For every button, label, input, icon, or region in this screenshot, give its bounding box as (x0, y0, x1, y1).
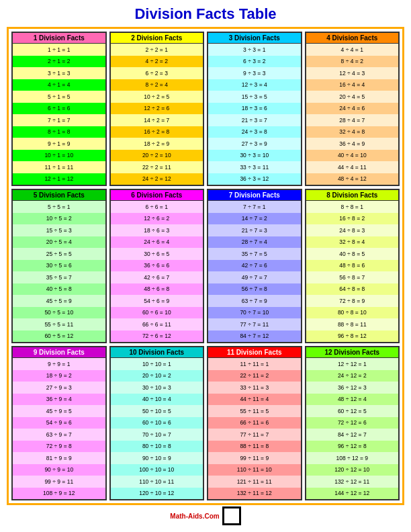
fact-row: 15 ÷ 3 = 5 (208, 91, 301, 103)
fact-row: 18 ÷ 9 = 2 (13, 370, 105, 382)
page-title: Division Facts Table (134, 5, 276, 23)
fact-row: 2 ÷ 2 = 1 (111, 44, 203, 56)
fact-row: 48 ÷ 8 = 6 (306, 260, 399, 272)
fact-row: 21 ÷ 3 = 7 (208, 114, 301, 126)
fact-row: 16 ÷ 4 = 4 (306, 79, 399, 91)
fact-row: 6 ÷ 3 = 2 (208, 56, 301, 68)
fact-row: 3 ÷ 1 = 3 (13, 67, 105, 79)
fact-row: 35 ÷ 5 = 7 (13, 271, 105, 283)
fact-row: 20 ÷ 4 = 5 (306, 91, 399, 103)
fact-row: 10 ÷ 10 = 1 (111, 358, 203, 370)
table-row-2: 5 Division Facts5 ÷ 5 = 110 ÷ 5 = 215 ÷ … (11, 189, 400, 343)
fact-row: 120 ÷ 12 = 10 (306, 464, 399, 476)
fact-row: 121 ÷ 11 = 11 (208, 476, 301, 488)
fact-row: 3 ÷ 3 = 1 (208, 44, 301, 56)
fact-row: 72 ÷ 6 = 12 (111, 330, 203, 343)
fact-row: 72 ÷ 8 = 9 (306, 295, 399, 307)
fact-row: 18 ÷ 3 = 6 (208, 103, 301, 115)
page: Division Facts Table 1 Division Facts1 ÷… (0, 0, 411, 532)
fact-row: 8 ÷ 8 = 1 (306, 201, 399, 213)
fact-row: 54 ÷ 6 = 9 (111, 295, 203, 307)
fact-row: 144 ÷ 12 = 12 (306, 488, 399, 500)
division-table-3: 3 Division Facts3 ÷ 3 = 16 ÷ 3 = 29 ÷ 3 … (207, 32, 302, 186)
division-table-1: 1 Division Facts1 ÷ 1 = 12 ÷ 1 = 23 ÷ 1 … (11, 32, 107, 186)
fact-row: 20 ÷ 2 = 10 (111, 150, 203, 162)
fact-row: 45 ÷ 9 = 5 (13, 405, 105, 417)
fact-row: 40 ÷ 5 = 8 (13, 283, 105, 296)
fact-row: 36 ÷ 4 = 9 (306, 138, 399, 150)
fact-row: 60 ÷ 6 = 10 (111, 307, 203, 319)
table-header-11: 11 Division Facts (208, 347, 301, 357)
fact-row: 36 ÷ 12 = 3 (306, 382, 399, 394)
fact-row: 96 ÷ 8 = 12 (306, 330, 399, 343)
outer-border: 1 Division Facts1 ÷ 1 = 12 ÷ 1 = 23 ÷ 1 … (7, 27, 404, 505)
fact-row: 6 ÷ 6 = 1 (111, 201, 203, 213)
fact-row: 100 ÷ 10 = 10 (111, 464, 203, 476)
fact-row: 35 ÷ 7 = 5 (208, 248, 301, 260)
fact-row: 11 ÷ 1 = 11 (13, 161, 105, 173)
fact-row: 40 ÷ 4 = 10 (306, 150, 399, 162)
table-header-3: 3 Division Facts (208, 33, 301, 43)
fact-row: 88 ÷ 11 = 8 (208, 441, 301, 453)
table-body-6: 6 ÷ 6 = 112 ÷ 6 = 218 ÷ 6 = 324 ÷ 6 = 43… (111, 200, 203, 342)
footer-logo: Math-Aids.Com (170, 513, 219, 520)
fact-row: 40 ÷ 8 = 5 (306, 248, 399, 260)
fact-row: 20 ÷ 10 = 2 (111, 370, 203, 382)
fact-row: 30 ÷ 3 = 10 (208, 150, 301, 162)
fact-row: 12 ÷ 6 = 2 (111, 213, 203, 225)
fact-row: 56 ÷ 8 = 7 (306, 271, 399, 283)
fact-row: 7 ÷ 7 = 1 (208, 201, 301, 213)
fact-row: 77 ÷ 7 = 11 (208, 318, 301, 330)
fact-row: 24 ÷ 3 = 8 (208, 126, 301, 138)
fact-row: 77 ÷ 11 = 7 (208, 429, 301, 441)
division-table-12: 12 Division Facts12 ÷ 12 = 124 ÷ 12 = 23… (305, 346, 400, 500)
fact-row: 4 ÷ 1 = 4 (13, 79, 105, 91)
table-header-7: 7 Division Facts (208, 190, 301, 200)
fact-row: 24 ÷ 2 = 12 (111, 173, 203, 185)
fact-row: 45 ÷ 5 = 9 (13, 295, 105, 307)
fact-row: 110 ÷ 10 = 11 (111, 476, 203, 488)
fact-row: 22 ÷ 2 = 11 (111, 161, 203, 173)
fact-row: 22 ÷ 11 = 2 (208, 370, 301, 382)
fact-row: 48 ÷ 12 = 4 (306, 394, 399, 406)
fact-row: 70 ÷ 10 = 7 (111, 429, 203, 441)
fact-row: 12 ÷ 2 = 6 (111, 103, 203, 115)
fact-row: 30 ÷ 5 = 6 (13, 260, 105, 272)
fact-row: 88 ÷ 8 = 11 (306, 318, 399, 330)
fact-row: 108 ÷ 12 = 9 (306, 452, 399, 464)
table-body-8: 8 ÷ 8 = 116 ÷ 8 = 224 ÷ 8 = 332 ÷ 8 = 44… (306, 200, 399, 342)
fact-row: 81 ÷ 9 = 9 (13, 452, 105, 464)
fact-row: 48 ÷ 4 = 12 (306, 173, 399, 185)
fact-row: 30 ÷ 6 = 5 (111, 248, 203, 260)
fact-row: 64 ÷ 8 = 8 (306, 283, 399, 296)
fact-row: 1 ÷ 1 = 1 (13, 44, 105, 56)
fact-row: 9 ÷ 1 = 9 (13, 138, 105, 150)
fact-row: 16 ÷ 2 = 8 (111, 126, 203, 138)
fact-row: 50 ÷ 5 = 10 (13, 307, 105, 319)
fact-row: 55 ÷ 11 = 5 (208, 405, 301, 417)
fact-row: 24 ÷ 8 = 3 (306, 224, 399, 236)
fact-row: 4 ÷ 2 = 2 (111, 56, 203, 68)
division-table-9: 9 Division Facts9 ÷ 9 = 118 ÷ 9 = 227 ÷ … (11, 346, 107, 500)
fact-row: 63 ÷ 9 = 7 (13, 429, 105, 441)
table-row-3: 9 Division Facts9 ÷ 9 = 118 ÷ 9 = 227 ÷ … (11, 346, 400, 500)
table-header-9: 9 Division Facts (13, 347, 105, 357)
fact-row: 12 ÷ 1 = 12 (13, 173, 105, 185)
table-body-3: 3 ÷ 3 = 16 ÷ 3 = 29 ÷ 3 = 312 ÷ 3 = 415 … (208, 43, 301, 185)
fact-row: 72 ÷ 12 = 6 (306, 417, 399, 429)
table-header-4: 4 Division Facts (306, 33, 399, 43)
fact-row: 2 ÷ 1 = 2 (13, 56, 105, 68)
fact-row: 80 ÷ 8 = 10 (306, 307, 399, 319)
fact-row: 32 ÷ 8 = 4 (306, 236, 399, 249)
fact-row: 60 ÷ 10 = 6 (111, 417, 203, 429)
division-table-5: 5 Division Facts5 ÷ 5 = 110 ÷ 5 = 215 ÷ … (11, 189, 107, 343)
fact-row: 110 ÷ 11 = 10 (208, 464, 301, 476)
table-body-7: 7 ÷ 7 = 114 ÷ 7 = 221 ÷ 7 = 328 ÷ 7 = 43… (208, 200, 301, 342)
fact-row: 24 ÷ 12 = 2 (306, 370, 399, 382)
fact-row: 8 ÷ 4 = 2 (306, 56, 399, 68)
fact-row: 18 ÷ 6 = 3 (111, 224, 203, 236)
fact-row: 8 ÷ 2 = 4 (111, 79, 203, 91)
table-body-12: 12 ÷ 12 = 124 ÷ 12 = 236 ÷ 12 = 348 ÷ 12… (306, 357, 399, 499)
fact-row: 99 ÷ 11 = 9 (208, 452, 301, 464)
fact-row: 30 ÷ 10 = 3 (111, 382, 203, 394)
